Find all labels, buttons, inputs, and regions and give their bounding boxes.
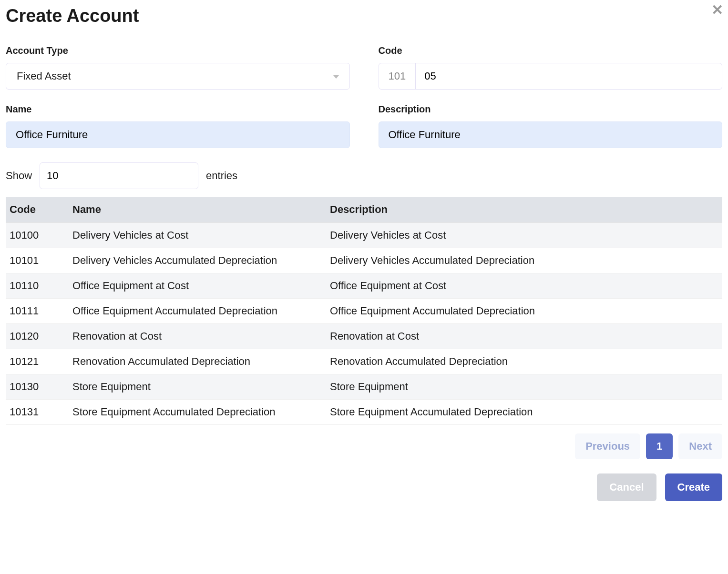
name-input[interactable] xyxy=(6,121,350,148)
cell-name: Office Equipment Accumulated Depreciatio… xyxy=(68,299,325,324)
cell-name: Store Equipment xyxy=(68,374,325,400)
cell-code: 10120 xyxy=(6,324,68,349)
cancel-button[interactable]: Cancel xyxy=(597,473,656,501)
cell-description: Delivery Vehicles Accumulated Depreciati… xyxy=(325,248,722,273)
cell-description: Renovation at Cost xyxy=(325,324,722,349)
accounts-table: Code Name Description 10100Delivery Vehi… xyxy=(6,197,722,425)
code-label: Code xyxy=(379,45,723,56)
create-button[interactable]: Create xyxy=(665,473,722,501)
description-input[interactable] xyxy=(379,121,723,148)
th-name[interactable]: Name xyxy=(68,197,325,223)
account-type-select[interactable]: Fixed Asset xyxy=(6,63,350,90)
cell-name: Delivery Vehicles Accumulated Depreciati… xyxy=(68,248,325,273)
entries-count-select[interactable] xyxy=(40,162,198,189)
cell-name: Renovation Accumulated Depreciation xyxy=(68,349,325,374)
cell-description: Renovation Accumulated Depreciation xyxy=(325,349,722,374)
cell-description: Office Equipment at Cost xyxy=(325,273,722,299)
account-type-value: Fixed Asset xyxy=(17,70,71,82)
cell-code: 10130 xyxy=(6,374,68,400)
table-row: 10110Office Equipment at CostOffice Equi… xyxy=(6,273,722,299)
name-label: Name xyxy=(6,104,350,115)
cell-description: Delivery Vehicles at Cost xyxy=(325,223,722,248)
cell-name: Store Equipment Accumulated Depreciation xyxy=(68,400,325,425)
cell-name: Delivery Vehicles at Cost xyxy=(68,223,325,248)
cell-name: Renovation at Cost xyxy=(68,324,325,349)
code-group: Code 101 xyxy=(379,45,723,90)
cell-code: 10101 xyxy=(6,248,68,273)
cell-description: Store Equipment xyxy=(325,374,722,400)
cell-code: 10131 xyxy=(6,400,68,425)
next-button[interactable]: Next xyxy=(678,433,722,459)
table-header-row: Code Name Description xyxy=(6,197,722,223)
footer-buttons: Cancel Create xyxy=(6,473,722,501)
description-group: Description xyxy=(379,104,723,148)
cell-code: 10110 xyxy=(6,273,68,299)
close-icon[interactable]: ✕ xyxy=(711,3,723,17)
th-code[interactable]: Code xyxy=(6,197,68,223)
name-group: Name xyxy=(6,104,350,148)
table-row: 10100Delivery Vehicles at CostDelivery V… xyxy=(6,223,722,248)
cell-description: Store Equipment Accumulated Depreciation xyxy=(325,400,722,425)
page-title: Create Account xyxy=(6,6,139,26)
cell-description: Office Equipment Accumulated Depreciatio… xyxy=(325,299,722,324)
pagination: Previous 1 Next xyxy=(6,433,722,459)
cell-code: 10100 xyxy=(6,223,68,248)
table-row: 10131Store Equipment Accumulated Depreci… xyxy=(6,400,722,425)
cell-name: Office Equipment at Cost xyxy=(68,273,325,299)
entries-control: Show entries xyxy=(6,162,722,189)
show-label-before: Show xyxy=(6,170,32,182)
table-row: 10111Office Equipment Accumulated Deprec… xyxy=(6,299,722,324)
account-type-label: Account Type xyxy=(6,45,350,56)
table-row: 10101Delivery Vehicles Accumulated Depre… xyxy=(6,248,722,273)
th-description[interactable]: Description xyxy=(325,197,722,223)
account-type-group: Account Type Fixed Asset xyxy=(6,45,350,90)
table-row: 10130Store EquipmentStore Equipment xyxy=(6,374,722,400)
table-row: 10120Renovation at CostRenovation at Cos… xyxy=(6,324,722,349)
cell-code: 10111 xyxy=(6,299,68,324)
cell-code: 10121 xyxy=(6,349,68,374)
chevron-down-icon xyxy=(333,75,339,79)
code-field-wrap: 101 xyxy=(379,63,723,90)
show-label-after: entries xyxy=(206,170,237,182)
page-number-button[interactable]: 1 xyxy=(646,433,673,459)
code-input[interactable] xyxy=(416,63,722,89)
code-prefix: 101 xyxy=(379,63,416,89)
previous-button[interactable]: Previous xyxy=(575,433,640,459)
description-label: Description xyxy=(379,104,723,115)
table-row: 10121Renovation Accumulated Depreciation… xyxy=(6,349,722,374)
